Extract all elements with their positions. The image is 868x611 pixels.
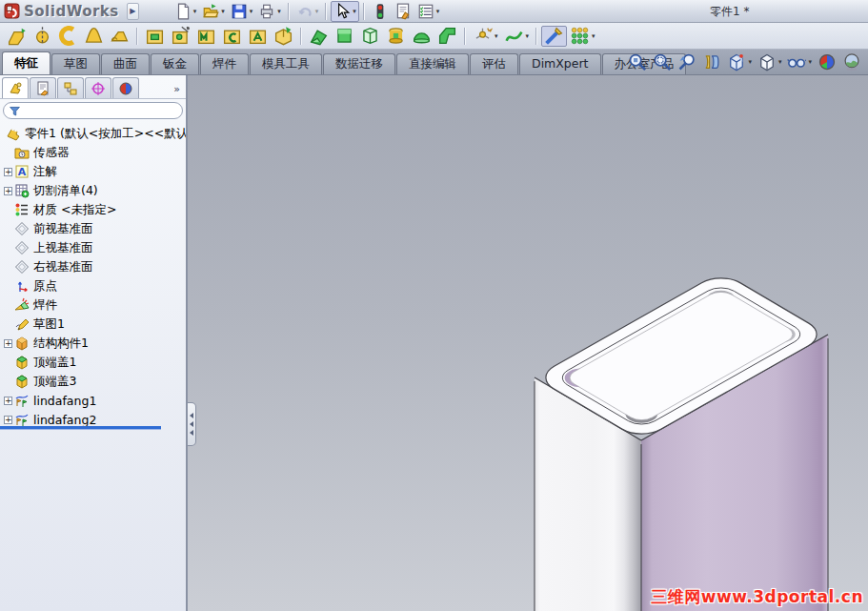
expand-toggle[interactable]: + <box>4 339 12 348</box>
graphics-viewport[interactable]: 三维网www.3dportal.cn <box>188 75 868 611</box>
zoom-to-area-icon <box>653 52 672 71</box>
command-manager-tab[interactable]: 特征 <box>2 51 50 74</box>
sheetmetal-gusset-icon <box>222 26 242 46</box>
command-manager-tab[interactable]: 曲面 <box>101 53 150 74</box>
toolbar-separator <box>325 3 327 20</box>
toolbar-button-undo[interactable] <box>293 1 322 22</box>
command-button-unfold[interactable] <box>271 26 296 47</box>
origin-icon <box>14 278 30 294</box>
tree-item[interactable]: + 结构构件1 <box>2 334 186 353</box>
select-cursor-icon <box>333 3 351 20</box>
previous-view-icon <box>677 52 696 71</box>
command-manager-tab[interactable]: 焊件 <box>200 53 249 74</box>
apply-scene-icon <box>842 52 861 71</box>
toolbar-button-select-cursor[interactable] <box>331 1 359 22</box>
tree-item[interactable]: 焊件 <box>2 295 186 315</box>
command-button-convert-sheetmetal[interactable] <box>168 26 193 47</box>
toolbar-button-rebuild[interactable] <box>369 1 392 22</box>
tree-item[interactable]: 材质 <未指定> <box>2 200 186 219</box>
command-button-selection-filter-grid[interactable] <box>567 26 598 47</box>
view-tool-button-section-view[interactable] <box>699 51 724 72</box>
panel-tab-featuremanager-tree[interactable] <box>2 77 29 98</box>
command-manager-tab[interactable]: 评估 <box>470 53 518 74</box>
toolbar-button-open[interactable] <box>199 1 228 22</box>
rollback-bar[interactable] <box>0 426 161 429</box>
tree-item[interactable]: 前视基准面 <box>2 219 186 238</box>
panel-tab-appearances[interactable] <box>112 77 139 98</box>
tree-filter-input[interactable] <box>3 102 183 119</box>
view-tool-button-edit-appearance[interactable] <box>815 51 839 72</box>
view-tool-button-display-style[interactable] <box>755 51 785 72</box>
view-tool-button-zoom-to-area[interactable] <box>650 51 675 72</box>
tree-item[interactable]: + A 注解 <box>2 162 186 181</box>
command-button-reference-geometry[interactable] <box>470 26 501 47</box>
tree-item[interactable]: + 切割清单(4) <box>2 181 186 200</box>
command-button-revolved-boss[interactable] <box>383 26 409 47</box>
panel-tab-configurationmanager[interactable] <box>57 77 84 98</box>
panel-tabs-overflow[interactable]: » <box>173 83 184 98</box>
command-button-hem[interactable] <box>107 26 132 47</box>
panel-tab-dimxpertmanager[interactable] <box>85 77 111 98</box>
toolbar-button-new-document[interactable] <box>172 1 200 22</box>
hem-icon <box>110 26 130 46</box>
expand-toggle[interactable]: + <box>4 416 12 424</box>
command-button-curves[interactable] <box>501 26 533 47</box>
expand-toggle[interactable]: + <box>4 397 12 405</box>
curves-icon <box>504 26 524 46</box>
command-manager-tab[interactable]: 草图 <box>51 53 100 74</box>
command-button-boundary-boss[interactable] <box>357 26 383 47</box>
sketch-icon <box>14 316 30 332</box>
toolbar-button-file-properties[interactable] <box>392 1 414 22</box>
open-icon <box>202 3 219 20</box>
toolbar-button-print[interactable] <box>255 1 284 22</box>
view-tool-button-zoom-to-fit[interactable] <box>625 51 650 72</box>
tree-item[interactable]: 草图1 <box>2 315 186 334</box>
tree-item[interactable]: 零件1 (默认<按加工><<默认> <box>2 124 186 143</box>
tree-item[interactable]: 传感器 <box>2 143 186 162</box>
command-button-jog[interactable] <box>81 26 107 47</box>
command-manager-tab[interactable]: 数据迁移 <box>323 53 395 74</box>
menu-flyout-arrow[interactable]: ▶ <box>127 3 139 20</box>
command-button-corner-trim[interactable] <box>306 26 332 47</box>
command-button-cross-break[interactable] <box>245 26 271 47</box>
toolbar-separator <box>136 28 138 45</box>
command-button-sheetmetal-gusset[interactable] <box>219 26 245 47</box>
command-button-sketched-bend[interactable] <box>55 26 81 47</box>
toolbar-button-options-list[interactable] <box>414 1 443 22</box>
command-button-extruded-boss[interactable] <box>332 26 357 47</box>
command-manager-tab[interactable]: 模具工具 <box>250 53 322 74</box>
command-button-forming-tool[interactable] <box>193 26 219 47</box>
command-manager-tab[interactable]: DimXpert <box>519 53 601 74</box>
panel-splitter-handle[interactable] <box>188 402 196 446</box>
command-button-dome[interactable] <box>409 26 434 47</box>
command-manager-tab[interactable]: 直接编辑 <box>396 53 469 74</box>
reference-geometry-icon <box>473 26 493 46</box>
tree-item-label: 原点 <box>33 278 57 295</box>
tree-item-label: 结构构件1 <box>33 336 89 352</box>
rib-icon <box>437 26 457 46</box>
toolbar-button-save[interactable] <box>228 1 256 22</box>
view-tool-button-hide-show-items[interactable] <box>784 51 815 72</box>
expand-toggle[interactable]: + <box>4 187 12 195</box>
command-button-instant3d[interactable] <box>541 26 567 47</box>
command-button-lofted-bend[interactable] <box>30 26 55 47</box>
propertymanager-icon <box>35 81 50 96</box>
tree-item[interactable]: 顶端盖1 <box>2 353 186 372</box>
command-manager-tab[interactable]: 钣金 <box>151 53 199 74</box>
tree-item[interactable]: 右视基准面 <box>2 257 186 276</box>
view-tool-button-apply-scene[interactable] <box>839 51 864 72</box>
toolbar-separator <box>363 3 365 20</box>
dome-icon <box>412 26 432 46</box>
tree-item[interactable]: 原点 <box>2 276 186 295</box>
view-tool-button-view-orientation[interactable] <box>724 51 755 72</box>
tree-item[interactable]: + lindafang1 <box>2 391 186 410</box>
command-manager-tab-band: 特征 草图 曲面 钣金 焊件 模具工具 数据迁移 直接编辑 评估 <box>0 50 868 75</box>
command-button-rib[interactable] <box>434 26 460 47</box>
expand-toggle[interactable]: + <box>4 168 12 176</box>
view-tool-button-previous-view[interactable] <box>675 51 699 72</box>
command-button-edge-flange[interactable] <box>4 26 30 47</box>
tree-item[interactable]: 顶端盖3 <box>2 372 186 391</box>
panel-tab-propertymanager[interactable] <box>30 77 56 98</box>
tree-item[interactable]: 上视基准面 <box>2 238 186 257</box>
command-button-base-flange[interactable] <box>142 26 168 47</box>
